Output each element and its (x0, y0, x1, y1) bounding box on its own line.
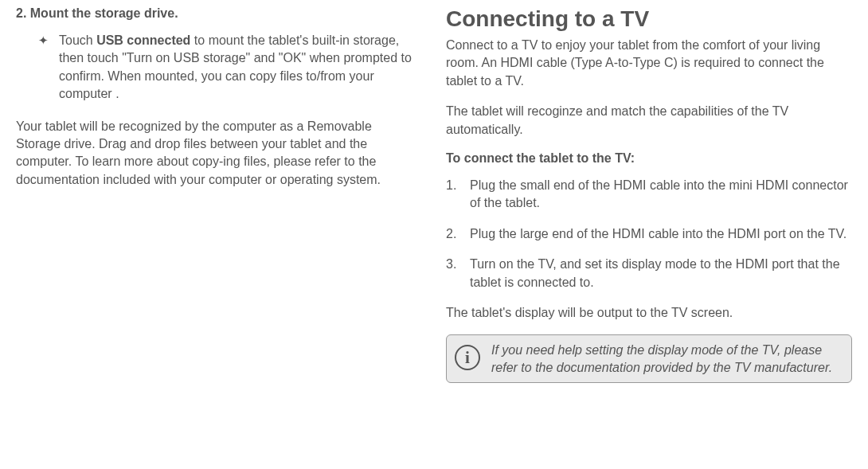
bullet-row: ✦ Touch USB connected to mount the table… (38, 32, 414, 104)
bullet-bold: USB connected (96, 33, 190, 47)
info-text: If you need help setting the display mod… (491, 342, 840, 376)
step-text: Plug the large end of the HDMI cable int… (470, 225, 846, 243)
tv-p3: The tablet's display will be output to t… (446, 304, 852, 322)
step-text: Turn on the TV, and set its display mode… (470, 256, 852, 291)
bullet-star-icon: ✦ (38, 32, 59, 104)
bullet-text: Touch USB connected to mount the tablet'… (59, 32, 414, 104)
info-icon: i (455, 345, 480, 370)
step-row: 2. Plug the large end of the HDMI cable … (446, 225, 852, 243)
right-column: Connecting to a TV Connect to a TV to en… (446, 6, 852, 463)
tv-heading: Connecting to a TV (446, 6, 852, 32)
step-number: 3. (446, 256, 470, 291)
tv-subheading: To connect the tablet to the TV: (446, 151, 852, 166)
mount-heading: 2. Mount the storage drive. (16, 6, 414, 21)
left-column: 2. Mount the storage drive. ✦ Touch USB … (16, 6, 414, 463)
bullet-pre: Touch (59, 33, 96, 47)
step-text: Plug the small end of the HDMI cable int… (470, 177, 852, 213)
step-number: 1. (446, 177, 470, 213)
step-row: 1. Plug the small end of the HDMI cable … (446, 177, 852, 213)
info-box: i If you need help setting the display m… (446, 334, 852, 383)
tv-p1: Connect to a TV to enjoy your tablet fro… (446, 37, 852, 90)
step-row: 3. Turn on the TV, and set its display m… (446, 256, 852, 291)
left-paragraph: Your tablet will be recognized by the co… (16, 118, 414, 190)
step-number: 2. (446, 225, 470, 243)
tv-p2: The tablet will recoginze and match the … (446, 103, 852, 139)
